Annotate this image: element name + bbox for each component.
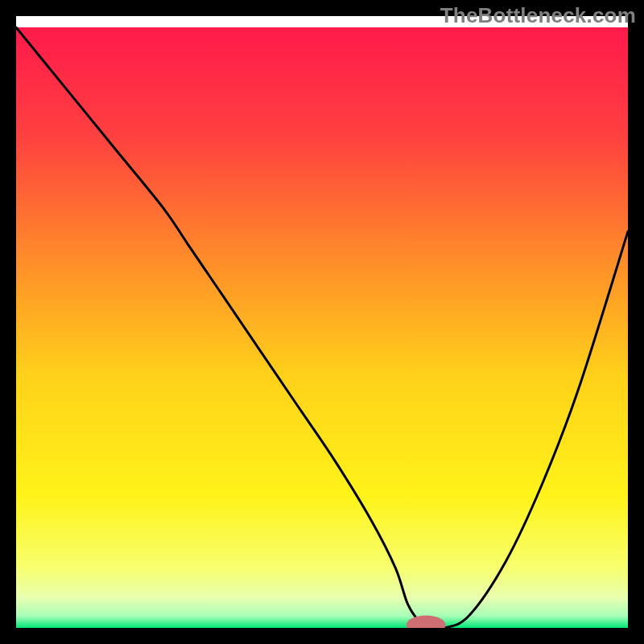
chart-frame: TheBottleneck.com <box>0 0 644 644</box>
bottleneck-chart <box>0 0 644 644</box>
chart-border <box>0 628 644 644</box>
watermark-text: TheBottleneck.com <box>440 3 636 28</box>
chart-border <box>628 0 644 644</box>
plot-background <box>16 27 628 628</box>
chart-border <box>0 0 16 644</box>
